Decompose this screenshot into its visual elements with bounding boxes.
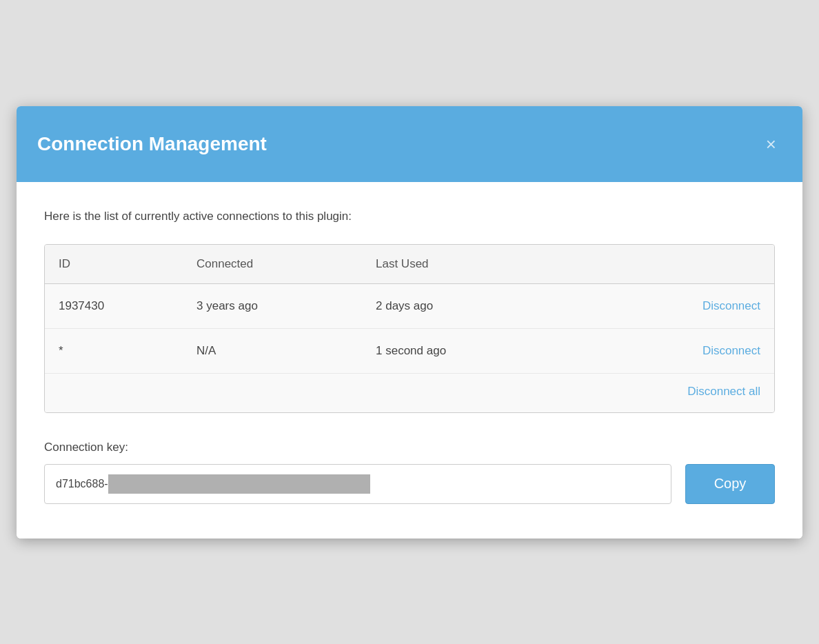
cell-id-2: * xyxy=(59,344,196,358)
cell-connected-2: N/A xyxy=(196,344,376,358)
cell-id-1: 1937430 xyxy=(59,299,196,313)
cell-connected-1: 3 years ago xyxy=(196,299,376,313)
connection-key-input-wrapper: d71bc688- xyxy=(44,464,671,504)
connection-key-prefix: d71bc688- xyxy=(56,478,108,490)
col-header-connected: Connected xyxy=(196,257,376,271)
cell-last-used-2: 1 second ago xyxy=(376,344,555,358)
col-header-action xyxy=(555,257,760,271)
close-button[interactable]: × xyxy=(760,132,782,156)
col-header-id: ID xyxy=(59,257,196,271)
dialog-body: Here is the list of currently active con… xyxy=(17,182,802,539)
copy-button[interactable]: Copy xyxy=(685,464,775,504)
connection-management-dialog: Connection Management × Here is the list… xyxy=(17,106,802,539)
disconnect-all-row: Disconnect all xyxy=(45,374,774,412)
connection-key-selected-area xyxy=(108,474,370,494)
connection-key-row: d71bc688- Copy xyxy=(44,464,775,504)
col-header-last-used: Last Used xyxy=(376,257,555,271)
description-text: Here is the list of currently active con… xyxy=(44,210,775,223)
dialog-header: Connection Management × xyxy=(17,106,802,182)
connection-key-label: Connection key: xyxy=(44,441,775,454)
table-row: * N/A 1 second ago Disconnect xyxy=(45,329,774,374)
disconnect-all-button[interactable]: Disconnect all xyxy=(687,385,760,399)
connection-key-section: Connection key: d71bc688- Copy xyxy=(44,441,775,504)
table-row: 1937430 3 years ago 2 days ago Disconnec… xyxy=(45,284,774,329)
disconnect-button-1[interactable]: Disconnect xyxy=(702,299,760,313)
cell-last-used-1: 2 days ago xyxy=(376,299,555,313)
disconnect-button-2[interactable]: Disconnect xyxy=(702,344,760,358)
dialog-title: Connection Management xyxy=(37,133,267,155)
connections-table: ID Connected Last Used 1937430 3 years a… xyxy=(44,244,775,413)
table-header: ID Connected Last Used xyxy=(45,245,774,284)
